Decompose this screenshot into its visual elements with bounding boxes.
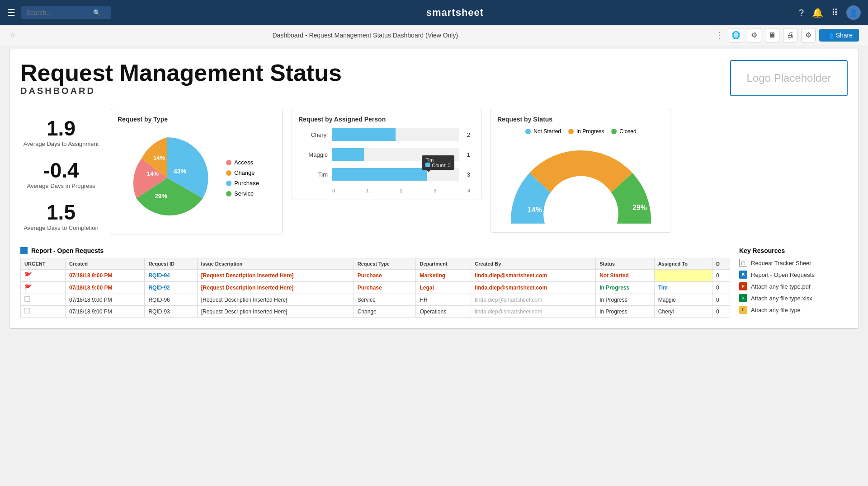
more-options-icon[interactable]: ⋮ (715, 30, 723, 40)
dashboard-title: Request Management Status DASHBOARD (20, 60, 342, 96)
created-by-cell: linda.diep@smartsheet.com (471, 270, 596, 282)
bar-track-cheryl (332, 128, 459, 141)
legend-dot-access (226, 160, 231, 165)
urgent-cell: 🚩 (21, 270, 66, 282)
grid-icon[interactable]: ⠿ (831, 7, 838, 18)
main-content: Request Management Status DASHBOARD Logo… (9, 49, 859, 329)
settings-button[interactable]: ⚙ (801, 28, 816, 42)
metric-label-completion: Average Days to Completion (20, 224, 102, 231)
monitor-button[interactable]: 🖥 (765, 28, 779, 42)
resource-icon-file: F (739, 306, 747, 314)
top-navigation: ☰ 🔍 smartsheet ? 🔔 ⠿ 👤 (0, 0, 868, 25)
resource-item-report[interactable]: R Report - Open Requests (739, 271, 848, 279)
resource-label-tracker: Request Tracker Sheet (751, 260, 811, 266)
description-cell: [Request Description Inserted Here] (197, 270, 354, 282)
assigned-cell: Cheryl (654, 306, 712, 318)
bar-chart: Cheryl 2 Maggie 1 Tim (298, 128, 475, 193)
resource-item-tracker[interactable]: □ Request Tracker Sheet (739, 259, 848, 267)
bar-axis: 01234 (303, 188, 470, 193)
share-button[interactable]: 👥 Share (819, 29, 859, 42)
help-icon[interactable]: ? (799, 8, 804, 18)
legend-not-started: Not Started (525, 128, 561, 135)
bar-track-tim: Tim Count: 3 (332, 168, 459, 181)
hamburger-menu[interactable]: ☰ (7, 7, 15, 18)
report-section: Report - Open Requests URGENT Created Re… (20, 247, 730, 318)
status-cell: Not Started (596, 270, 655, 282)
svg-text:14%: 14% (153, 154, 165, 161)
legend-dot-change (226, 170, 231, 176)
bar-row-cheryl: Cheryl 2 (303, 128, 470, 141)
col-type: Request Type (354, 258, 416, 270)
legend-in-progress: In Progress (568, 128, 604, 135)
assigned-cell: Tim (654, 282, 712, 294)
legend-label-not-started: Not Started (533, 128, 561, 135)
bar-fill-tim: Tim Count: 3 (332, 168, 427, 181)
tooltip-name: Tim (425, 157, 451, 163)
request-id-cell: RQID-92 (145, 282, 197, 294)
metric-value-completion: 1.5 (20, 202, 102, 223)
legend-access: Access (226, 159, 259, 166)
bar-count-cheryl: 2 (467, 131, 470, 138)
bell-icon[interactable]: 🔔 (812, 7, 823, 18)
d-cell: 0 (712, 306, 730, 318)
request-by-type-title: Request by Type (118, 116, 276, 123)
dept-cell: Legal (416, 282, 471, 294)
checkbox-icon[interactable] (24, 308, 30, 313)
sub-header-actions: 🌐 ⚙ 🖥 🖨 ⚙ 👥 Share (729, 28, 859, 42)
resource-icon-pdf: P (739, 282, 747, 290)
svg-rect-4 (504, 224, 658, 226)
request-id-cell: RQID-93 (145, 306, 197, 318)
resource-label-file: Attach any file type (751, 307, 801, 313)
resource-item-xlsx[interactable]: X Attach any file type.xlsx (739, 294, 848, 302)
table-row: 🚩 07/18/18 9:00 PM RQID-94 [Request Desc… (21, 270, 730, 282)
bar-fill-maggie (332, 148, 364, 161)
bottom-section: Report - Open Requests URGENT Created Re… (20, 247, 848, 318)
type-cell: Purchase (354, 282, 416, 294)
dept-cell: HR (416, 294, 471, 306)
brand-logo: smartsheet (426, 7, 484, 18)
print-button[interactable]: 🖨 (783, 28, 797, 42)
status-cell: In Progress (596, 294, 655, 306)
bar-label-cheryl: Cheryl (303, 131, 328, 138)
request-by-status-panel: Request by Status Not Started In Progres… (491, 109, 671, 233)
bar-label-maggie: Maggie (303, 151, 328, 158)
metric-avg-in-progress: -0.4 Average Days in Progress (20, 160, 102, 189)
metrics-column: 1.9 Average Days to Assignment -0.4 Aver… (20, 109, 102, 231)
resource-item-pdf[interactable]: P Attach any file type.pdf (739, 282, 848, 290)
checkbox-icon[interactable] (24, 296, 30, 302)
d-cell: 0 (712, 282, 730, 294)
col-request-id: Request ID (145, 258, 197, 270)
star-icon[interactable]: ☆ (9, 31, 15, 39)
svg-text:14%: 14% (147, 170, 159, 177)
svg-text:29%: 29% (632, 204, 647, 211)
tune-button[interactable]: ⚙ (747, 28, 761, 42)
table-row: 🚩 07/18/18 9:00 PM RQID-92 [Request Desc… (21, 282, 730, 294)
avatar[interactable]: 👤 (846, 5, 861, 20)
dashboard-header: Request Management Status DASHBOARD Logo… (20, 60, 848, 96)
request-by-type-panel: Request by Type (111, 109, 283, 234)
metric-label-assignment: Average Days to Assignment (20, 140, 102, 147)
table-row: 07/18/18 9:00 PM RQID-96 [Request Descri… (21, 294, 730, 306)
col-description: Issue Description (197, 258, 354, 270)
description-cell: [Request Description Inserted Here] (197, 282, 354, 294)
legend-label-in-progress: In Progress (576, 128, 604, 135)
description-cell: [Request Description Inserted Here] (197, 306, 354, 318)
flag-icon: 🚩 (24, 284, 32, 291)
legend-dot-service (226, 191, 231, 196)
globe-button[interactable]: 🌐 (729, 28, 743, 42)
resource-item-file[interactable]: F Attach any file type (739, 306, 848, 314)
metric-value-assignment: 1.9 (20, 118, 102, 139)
urgent-cell: 🚩 (21, 282, 66, 294)
metric-label-in-progress: Average Days in Progress (20, 182, 102, 189)
metric-avg-completion: 1.5 Average Days to Completion (20, 202, 102, 231)
legend-label-access: Access (234, 159, 253, 166)
search-input[interactable] (26, 9, 90, 16)
search-box[interactable]: 🔍 (21, 6, 111, 19)
report-table: URGENT Created Request ID Issue Descript… (20, 258, 730, 318)
legend-label-change: Change (234, 169, 255, 176)
created-by-cell: linda.diep@smartsheet.com (471, 282, 596, 294)
created-by-cell: linda.diep@smartsheet.com (471, 294, 596, 306)
report-icon (20, 247, 28, 254)
request-by-person-panel: Request by Assigned Person Cheryl 2 Magg… (292, 109, 481, 200)
legend-closed: Closed (611, 128, 636, 135)
